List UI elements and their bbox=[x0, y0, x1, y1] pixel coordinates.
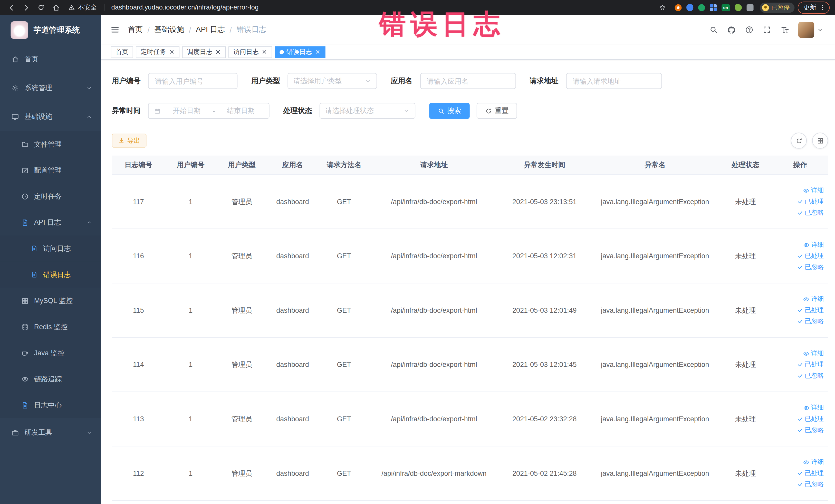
logo[interactable]: 芋道管理系统 bbox=[0, 15, 101, 45]
search-icon[interactable] bbox=[709, 26, 718, 34]
sidebar-item-access-log[interactable]: 访问日志 bbox=[0, 236, 101, 262]
forward-icon[interactable] bbox=[20, 2, 32, 13]
detail-link[interactable]: 详细 bbox=[803, 349, 824, 358]
cell-exception: java.lang.IllegalArgumentException bbox=[591, 361, 719, 369]
close-icon[interactable] bbox=[169, 49, 175, 55]
breadcrumb-item[interactable]: 基础设施 bbox=[154, 25, 184, 35]
sidebar-item-label: 访问日志 bbox=[43, 244, 71, 253]
processed-link[interactable]: 已处理 bbox=[797, 415, 824, 423]
request-url-field[interactable] bbox=[566, 73, 661, 89]
sidebar-item-java-monitor[interactable]: Java 监控 bbox=[0, 340, 101, 366]
tab-access-log[interactable]: 访问日志 bbox=[228, 46, 272, 58]
sidebar-item-mysql-monitor[interactable]: MySQL 监控 bbox=[0, 287, 101, 314]
reset-button[interactable]: 重置 bbox=[477, 103, 517, 119]
user-type-select[interactable]: 请选择用户类型 bbox=[287, 73, 377, 89]
sidebar-item-home[interactable]: 首页 bbox=[0, 45, 101, 74]
ignored-link[interactable]: 已忽略 bbox=[797, 426, 824, 435]
sidebar-item-dev-tools[interactable]: 研发工具 bbox=[0, 418, 101, 447]
processed-link[interactable]: 已处理 bbox=[797, 469, 824, 478]
breadcrumb-item[interactable]: API 日志 bbox=[196, 25, 225, 35]
detail-link[interactable]: 详细 bbox=[803, 186, 824, 195]
column-visibility-button[interactable] bbox=[812, 133, 828, 149]
ignored-link[interactable]: 已忽略 bbox=[797, 480, 824, 489]
back-icon[interactable] bbox=[5, 2, 17, 13]
help-icon[interactable] bbox=[745, 26, 753, 34]
sidebar-item-redis-monitor[interactable]: Redis 监控 bbox=[0, 314, 101, 340]
search-button[interactable]: 搜索 bbox=[429, 103, 470, 119]
close-icon[interactable] bbox=[315, 49, 321, 55]
update-button[interactable]: 更新 bbox=[798, 1, 830, 14]
user-id-input[interactable] bbox=[154, 77, 232, 85]
chevron-down-icon bbox=[403, 107, 409, 114]
breadcrumb-item[interactable]: 首页 bbox=[128, 25, 143, 35]
cell-url: /api/infra/db-doc/export-html bbox=[370, 252, 498, 260]
sidebar-item-infra[interactable]: 基础设施 bbox=[0, 102, 101, 131]
sidebar-item-tracing[interactable]: 链路追踪 bbox=[0, 366, 101, 392]
processed-link[interactable]: 已处理 bbox=[797, 251, 824, 260]
github-icon[interactable] bbox=[727, 25, 736, 35]
export-button[interactable]: 导出 bbox=[112, 134, 147, 148]
request-url-input[interactable] bbox=[572, 77, 656, 85]
hamburger-icon[interactable] bbox=[110, 25, 120, 35]
tab-home[interactable]: 首页 bbox=[111, 46, 133, 58]
detail-link[interactable]: 详细 bbox=[803, 458, 824, 466]
table-row: 113 1 管理员 dashboard GET /api/infra/db-do… bbox=[112, 392, 828, 446]
cell-exception: java.lang.IllegalArgumentException bbox=[591, 252, 719, 260]
processed-link[interactable]: 已处理 bbox=[797, 360, 824, 369]
ignored-link[interactable]: 已忽略 bbox=[797, 263, 824, 271]
tab-label: 首页 bbox=[116, 47, 128, 57]
extension-on-badge[interactable]: on bbox=[721, 4, 730, 11]
tab-scheduled-jobs[interactable]: 定时任务 bbox=[136, 46, 179, 58]
extension-icon[interactable] bbox=[675, 4, 681, 11]
col-method: 请求方法名 bbox=[318, 160, 370, 169]
detail-link[interactable]: 详细 bbox=[803, 295, 824, 303]
exception-time-range-picker[interactable]: 开始日期 - 结束日期 bbox=[148, 103, 269, 119]
ignored-link[interactable]: 已忽略 bbox=[797, 317, 824, 326]
extension-icon[interactable] bbox=[710, 4, 716, 11]
font-size-icon[interactable] bbox=[780, 25, 789, 35]
detail-link[interactable]: 详细 bbox=[803, 240, 824, 249]
extension-icon[interactable] bbox=[735, 4, 741, 11]
fullscreen-icon[interactable] bbox=[762, 26, 771, 34]
sidebar-item-system[interactable]: 系统管理 bbox=[0, 74, 101, 102]
reload-icon[interactable] bbox=[35, 2, 47, 13]
close-icon[interactable] bbox=[262, 49, 267, 55]
chevron-down-icon bbox=[86, 85, 92, 91]
tab-dispatch-log[interactable]: 调度日志 bbox=[182, 46, 226, 58]
ignored-link[interactable]: 已忽略 bbox=[797, 371, 824, 380]
processed-link[interactable]: 已处理 bbox=[797, 306, 824, 315]
paused-badge[interactable]: 已暂停 bbox=[759, 2, 794, 12]
avatar[interactable] bbox=[798, 22, 814, 38]
extension-icon[interactable] bbox=[686, 4, 693, 11]
cell-log-id: 116 bbox=[112, 252, 165, 260]
sidebar-item-file-mgmt[interactable]: 文件管理 bbox=[0, 131, 101, 157]
user-menu[interactable] bbox=[798, 22, 823, 38]
security-warning[interactable]: 不安全 bbox=[68, 3, 97, 12]
refresh-list-button[interactable] bbox=[791, 133, 807, 149]
tab-error-log[interactable]: 错误日志 bbox=[275, 46, 325, 58]
detail-link[interactable]: 详细 bbox=[803, 403, 824, 412]
extension-icon[interactable] bbox=[747, 4, 753, 11]
sidebar-item-api-log[interactable]: API 日志 bbox=[0, 209, 101, 236]
request-url-label: 请求地址 bbox=[530, 76, 558, 86]
sidebar-item-config-mgmt[interactable]: 配置管理 bbox=[0, 157, 101, 183]
ignored-link[interactable]: 已忽略 bbox=[797, 208, 824, 217]
logo-avatar bbox=[11, 21, 28, 39]
sidebar-item-error-log[interactable]: 错误日志 bbox=[0, 262, 101, 288]
home-icon[interactable] bbox=[50, 2, 62, 13]
processed-link[interactable]: 已处理 bbox=[797, 197, 824, 206]
extension-icon[interactable] bbox=[698, 4, 705, 11]
sidebar-item-log-center[interactable]: 日志中心 bbox=[0, 392, 101, 418]
app-name-field[interactable] bbox=[420, 73, 516, 89]
app-name-input[interactable] bbox=[426, 77, 510, 85]
table-row: 116 1 管理员 dashboard GET /api/infra/db-do… bbox=[112, 229, 828, 283]
process-status-select[interactable]: 请选择处理状态 bbox=[320, 103, 415, 119]
star-icon[interactable] bbox=[656, 2, 668, 13]
kebab-menu-icon[interactable] bbox=[820, 4, 826, 11]
sidebar-item-label: Redis 监控 bbox=[34, 322, 67, 331]
user-id-field[interactable] bbox=[148, 73, 238, 89]
close-icon[interactable] bbox=[215, 49, 221, 55]
address-bar[interactable]: dashboard.yudao.iocoder.cn/infra/log/api… bbox=[111, 4, 653, 11]
breadcrumb-separator: / bbox=[230, 26, 232, 34]
sidebar-item-scheduled-jobs[interactable]: 定时任务 bbox=[0, 183, 101, 209]
